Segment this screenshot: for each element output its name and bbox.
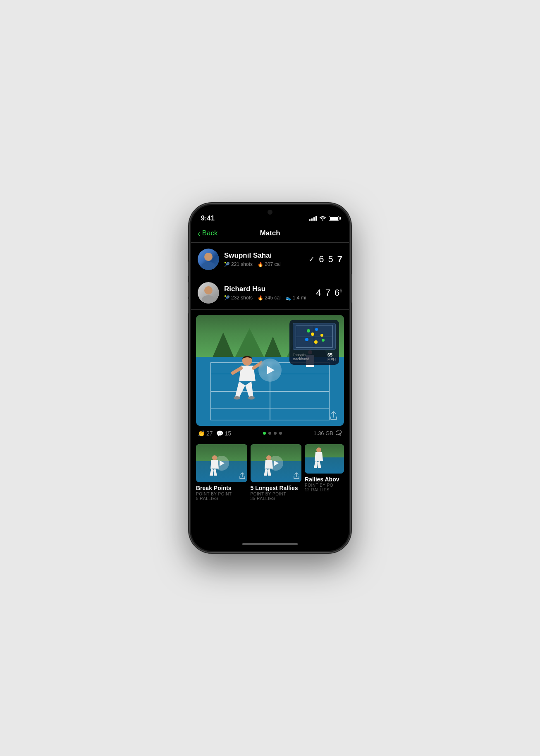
clip-subtitle-0: POINT BY POINT	[196, 492, 247, 496]
dot-2	[268, 432, 271, 435]
clip-thumb-1[interactable]	[251, 444, 302, 483]
file-size-value: 1.36 GB	[313, 430, 333, 436]
clip-player-0	[206, 454, 221, 478]
clip-title-0: Break Points	[196, 485, 247, 491]
phone-frame: 9:41	[189, 203, 351, 553]
racket-icon-2: 🎾	[224, 295, 230, 301]
player1-name: Swupnil Sahai	[224, 251, 308, 260]
player2-score-set2: 7	[325, 287, 330, 298]
file-size: 1.36 GB	[313, 430, 342, 437]
player2-avatar	[198, 282, 219, 304]
signal-bar-3	[313, 217, 315, 221]
video-share-button[interactable]	[327, 409, 340, 422]
svg-point-13	[316, 447, 321, 452]
home-bar	[242, 543, 298, 545]
player2-stats: 🎾 232 shots 🔥 245 cal 👟 1.4 mi	[224, 295, 316, 301]
shot-speed: 65 MPH	[327, 352, 336, 361]
clip-court-2	[305, 444, 344, 474]
battery-icon	[329, 216, 339, 221]
clip-subtitle-1: POINT BY POINT	[251, 492, 302, 496]
notch	[245, 205, 295, 219]
clip-count-0: 5 RALLIES	[196, 496, 247, 501]
shot-dot-7	[314, 340, 318, 344]
player1-stats: 🎾 221 shots 🔥 207 cal	[224, 261, 308, 267]
player2-score: 4 7 66	[316, 287, 342, 298]
dot-3	[274, 432, 277, 435]
status-bar: 9:41	[191, 205, 349, 226]
player1-row: Swupnil Sahai 🎾 221 shots 🔥 207 cal ✓	[191, 243, 349, 276]
likes-count[interactable]: 👏 27	[198, 430, 213, 437]
player-svg	[229, 352, 262, 402]
flame-icon-2: 🔥	[258, 295, 263, 301]
player2-name: Richard Hsu	[224, 285, 316, 293]
speed-unit: MPH	[327, 357, 336, 361]
video-section: Topspin Backhand 65 MPH	[196, 315, 344, 441]
back-button[interactable]: ‹ Back	[198, 229, 217, 237]
camera-dot	[268, 210, 272, 215]
player2-distance: 👟 1.4 mi	[286, 295, 306, 301]
player2-shots: 🎾 232 shots	[224, 295, 253, 301]
avatar-swupnil	[198, 249, 219, 270]
clip-item-2[interactable]: Rallies Abov POINT BY PO 12 RALLIES	[305, 444, 344, 501]
clip-player-svg-2	[311, 446, 325, 469]
clip-share-button-1[interactable]	[294, 472, 299, 480]
video-player[interactable]: Topspin Backhand 65 MPH	[196, 315, 344, 426]
player2-info: Richard Hsu 🎾 232 shots 🔥 245 cal 👟 1	[224, 285, 316, 301]
flame-icon: 🔥	[258, 262, 263, 267]
clip-title-1: 5 Longest Rallies	[251, 485, 302, 491]
clip-count-2: 12 RALLIES	[305, 488, 344, 492]
shot-hand-label: Backhand	[293, 357, 309, 361]
play-icon	[267, 366, 275, 374]
racket-icon: 🎾	[224, 262, 230, 267]
signal-icon	[309, 216, 317, 221]
comments-count[interactable]: 💬 15	[216, 430, 232, 437]
video-meta-row: 👏 27 💬 15 1.36 GB	[196, 426, 344, 441]
thumbs-up-icon: 👏	[198, 430, 205, 437]
clip-item-1[interactable]: 5 Longest Rallies POINT BY POINT 35 RALL…	[251, 444, 302, 501]
play-button[interactable]	[258, 359, 282, 382]
shot-labels: Topspin Backhand	[293, 353, 309, 361]
signal-bar-2	[311, 218, 313, 221]
player1-score-set3: 7	[337, 254, 342, 265]
player-silhouette	[229, 352, 262, 404]
share-icon	[330, 411, 338, 420]
clip-thumb-2[interactable]	[305, 444, 344, 474]
player2-score-set3: 66	[335, 287, 342, 298]
back-chevron-icon: ‹	[198, 229, 201, 237]
svg-point-11	[212, 455, 217, 460]
player2-row: Richard Hsu 🎾 232 shots 🔥 245 cal 👟 1	[191, 276, 349, 310]
main-content: Swupnil Sahai 🎾 221 shots 🔥 207 cal ✓	[191, 243, 349, 537]
cloud-checkmark-icon	[336, 430, 342, 437]
shot-dot-6	[322, 339, 325, 342]
player1-info: Swupnil Sahai 🎾 221 shots 🔥 207 cal	[224, 251, 308, 267]
shot-dot-3	[311, 333, 314, 336]
clip-count-1: 35 RALLIES	[251, 496, 302, 501]
clip-thumb-0[interactable]	[196, 444, 247, 483]
shot-dot-5	[305, 338, 308, 341]
player2-score-set1: 4	[316, 287, 321, 298]
player2-calories: 🔥 245 cal	[258, 295, 281, 301]
mini-court	[293, 323, 336, 350]
clip-share-icon-1	[294, 472, 299, 479]
clip-player-2	[311, 446, 325, 471]
speed-value: 65	[327, 352, 336, 357]
clip-share-button-0[interactable]	[239, 472, 245, 480]
home-indicator	[191, 537, 349, 551]
signal-bar-1	[309, 219, 311, 221]
avatar-richard	[198, 282, 219, 304]
shoe-icon: 👟	[286, 295, 292, 301]
phone-screen: 9:41	[191, 205, 349, 551]
svg-point-9	[234, 396, 240, 400]
shot-info: Topspin Backhand 65 MPH	[293, 352, 336, 361]
wifi-icon	[319, 216, 326, 221]
svg-point-10	[248, 396, 255, 400]
player1-calories: 🔥 207 cal	[258, 261, 281, 267]
mini-court-inner	[296, 325, 333, 348]
winner-check-icon: ✓	[308, 255, 315, 264]
clip-player-svg-0	[206, 454, 221, 477]
clip-item-0[interactable]: Break Points POINT BY POINT 5 RALLIES	[196, 444, 247, 501]
status-icons	[309, 216, 339, 221]
dot-4	[279, 432, 282, 435]
signal-bar-4	[315, 216, 317, 221]
shot-dot-1	[307, 329, 310, 333]
